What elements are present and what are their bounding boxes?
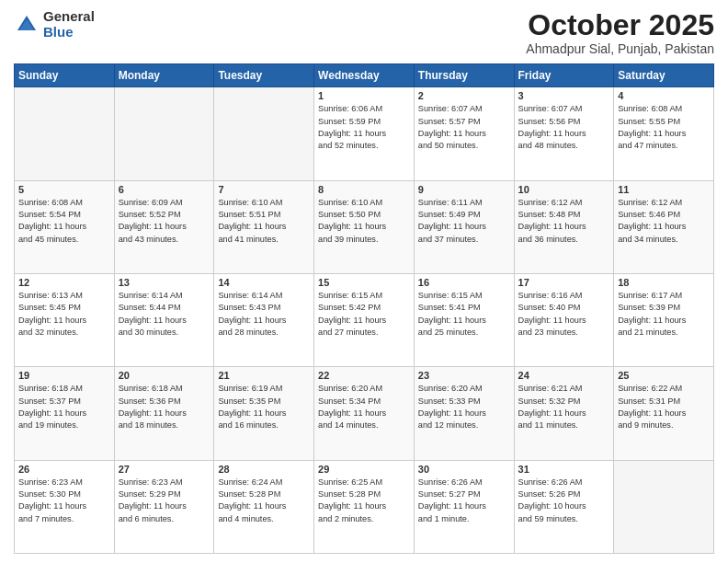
day-info: Sunrise: 6:10 AMSunset: 5:51 PMDaylight:… xyxy=(218,197,310,246)
calendar-table: SundayMondayTuesdayWednesdayThursdayFrid… xyxy=(14,63,714,554)
logo: General Blue xyxy=(14,9,95,40)
calendar-week-row: 19Sunrise: 6:18 AMSunset: 5:37 PMDayligh… xyxy=(15,367,714,460)
weekday-header: Saturday xyxy=(614,64,714,87)
calendar-cell xyxy=(614,460,714,553)
calendar-cell: 6Sunrise: 6:09 AMSunset: 5:52 PMDaylight… xyxy=(114,180,214,273)
weekday-header: Sunday xyxy=(15,64,115,87)
calendar-cell: 27Sunrise: 6:23 AMSunset: 5:29 PMDayligh… xyxy=(114,460,214,553)
calendar-header-row: SundayMondayTuesdayWednesdayThursdayFrid… xyxy=(15,64,714,87)
day-number: 31 xyxy=(518,464,610,475)
day-number: 5 xyxy=(18,184,110,195)
calendar-cell: 30Sunrise: 6:26 AMSunset: 5:27 PMDayligh… xyxy=(414,460,514,553)
calendar-cell: 20Sunrise: 6:18 AMSunset: 5:36 PMDayligh… xyxy=(114,367,214,460)
day-info: Sunrise: 6:23 AMSunset: 5:29 PMDaylight:… xyxy=(119,477,210,525)
day-info: Sunrise: 6:16 AMSunset: 5:40 PMDaylight:… xyxy=(518,290,610,339)
day-number: 8 xyxy=(318,184,410,195)
calendar-cell: 15Sunrise: 6:15 AMSunset: 5:42 PMDayligh… xyxy=(314,273,415,366)
day-number: 17 xyxy=(518,277,610,288)
day-number: 3 xyxy=(518,90,610,101)
calendar-cell: 21Sunrise: 6:19 AMSunset: 5:35 PMDayligh… xyxy=(214,367,314,460)
day-number: 14 xyxy=(218,277,310,288)
day-info: Sunrise: 6:15 AMSunset: 5:42 PMDaylight:… xyxy=(318,290,410,339)
day-info: Sunrise: 6:06 AMSunset: 5:59 PMDaylight:… xyxy=(318,103,410,152)
calendar-cell: 22Sunrise: 6:20 AMSunset: 5:34 PMDayligh… xyxy=(314,367,415,460)
day-info: Sunrise: 6:12 AMSunset: 5:46 PMDaylight:… xyxy=(618,197,710,246)
calendar-cell: 28Sunrise: 6:24 AMSunset: 5:28 PMDayligh… xyxy=(214,460,314,553)
day-info: Sunrise: 6:26 AMSunset: 5:26 PMDaylight:… xyxy=(518,477,610,525)
calendar-cell: 12Sunrise: 6:13 AMSunset: 5:45 PMDayligh… xyxy=(15,273,115,366)
day-number: 6 xyxy=(119,184,210,195)
day-info: Sunrise: 6:20 AMSunset: 5:34 PMDaylight:… xyxy=(318,383,410,431)
day-number: 15 xyxy=(318,277,410,288)
calendar-cell: 4Sunrise: 6:08 AMSunset: 5:55 PMDaylight… xyxy=(614,87,714,180)
logo-blue: Blue xyxy=(43,25,95,40)
weekday-header: Thursday xyxy=(414,64,514,87)
day-info: Sunrise: 6:14 AMSunset: 5:44 PMDaylight:… xyxy=(119,290,210,339)
calendar-week-row: 1Sunrise: 6:06 AMSunset: 5:59 PMDaylight… xyxy=(15,87,714,180)
calendar-cell xyxy=(214,87,314,180)
calendar-cell: 23Sunrise: 6:20 AMSunset: 5:33 PMDayligh… xyxy=(414,367,514,460)
header: General Blue October 2025 Ahmadpur Sial,… xyxy=(14,9,714,56)
day-number: 18 xyxy=(618,277,710,288)
day-number: 19 xyxy=(18,370,110,381)
logo-icon xyxy=(14,12,40,38)
month-title: October 2025 xyxy=(526,9,714,41)
day-info: Sunrise: 6:19 AMSunset: 5:35 PMDaylight:… xyxy=(218,383,310,431)
calendar-cell: 31Sunrise: 6:26 AMSunset: 5:26 PMDayligh… xyxy=(514,460,614,553)
day-number: 13 xyxy=(119,277,210,288)
day-info: Sunrise: 6:15 AMSunset: 5:41 PMDaylight:… xyxy=(418,290,510,339)
weekday-header: Monday xyxy=(114,64,214,87)
day-info: Sunrise: 6:14 AMSunset: 5:43 PMDaylight:… xyxy=(218,290,310,339)
day-number: 11 xyxy=(618,184,710,195)
calendar-cell xyxy=(114,87,214,180)
day-info: Sunrise: 6:25 AMSunset: 5:28 PMDaylight:… xyxy=(318,477,410,525)
day-number: 25 xyxy=(618,370,710,381)
location-title: Ahmadpur Sial, Punjab, Pakistan xyxy=(526,41,714,56)
calendar-week-row: 26Sunrise: 6:23 AMSunset: 5:30 PMDayligh… xyxy=(15,460,714,553)
day-number: 2 xyxy=(418,90,510,101)
calendar-cell: 19Sunrise: 6:18 AMSunset: 5:37 PMDayligh… xyxy=(15,367,115,460)
weekday-header: Friday xyxy=(514,64,614,87)
calendar-week-row: 12Sunrise: 6:13 AMSunset: 5:45 PMDayligh… xyxy=(15,273,714,366)
calendar-cell: 9Sunrise: 6:11 AMSunset: 5:49 PMDaylight… xyxy=(414,180,514,273)
day-info: Sunrise: 6:23 AMSunset: 5:30 PMDaylight:… xyxy=(18,477,110,525)
day-info: Sunrise: 6:07 AMSunset: 5:57 PMDaylight:… xyxy=(418,103,510,152)
day-number: 20 xyxy=(119,370,210,381)
day-number: 22 xyxy=(318,370,410,381)
weekday-header: Wednesday xyxy=(314,64,415,87)
title-area: October 2025 Ahmadpur Sial, Punjab, Paki… xyxy=(526,9,714,56)
day-number: 12 xyxy=(18,277,110,288)
calendar-cell: 14Sunrise: 6:14 AMSunset: 5:43 PMDayligh… xyxy=(214,273,314,366)
day-info: Sunrise: 6:10 AMSunset: 5:50 PMDaylight:… xyxy=(318,197,410,246)
day-number: 4 xyxy=(618,90,710,101)
day-number: 27 xyxy=(119,464,210,475)
day-info: Sunrise: 6:24 AMSunset: 5:28 PMDaylight:… xyxy=(218,477,310,525)
calendar-cell: 5Sunrise: 6:08 AMSunset: 5:54 PMDaylight… xyxy=(15,180,115,273)
day-info: Sunrise: 6:18 AMSunset: 5:36 PMDaylight:… xyxy=(119,383,210,431)
calendar-cell: 10Sunrise: 6:12 AMSunset: 5:48 PMDayligh… xyxy=(514,180,614,273)
day-info: Sunrise: 6:08 AMSunset: 5:54 PMDaylight:… xyxy=(18,197,110,246)
calendar-cell: 2Sunrise: 6:07 AMSunset: 5:57 PMDaylight… xyxy=(414,87,514,180)
calendar-cell: 7Sunrise: 6:10 AMSunset: 5:51 PMDaylight… xyxy=(214,180,314,273)
calendar-cell: 24Sunrise: 6:21 AMSunset: 5:32 PMDayligh… xyxy=(514,367,614,460)
calendar-week-row: 5Sunrise: 6:08 AMSunset: 5:54 PMDaylight… xyxy=(15,180,714,273)
day-number: 28 xyxy=(218,464,310,475)
day-info: Sunrise: 6:08 AMSunset: 5:55 PMDaylight:… xyxy=(618,103,710,152)
logo-text: General Blue xyxy=(43,9,95,40)
calendar-cell: 29Sunrise: 6:25 AMSunset: 5:28 PMDayligh… xyxy=(314,460,415,553)
day-info: Sunrise: 6:20 AMSunset: 5:33 PMDaylight:… xyxy=(418,383,510,431)
day-info: Sunrise: 6:17 AMSunset: 5:39 PMDaylight:… xyxy=(618,290,710,339)
day-info: Sunrise: 6:21 AMSunset: 5:32 PMDaylight:… xyxy=(518,383,610,431)
day-number: 10 xyxy=(518,184,610,195)
day-number: 16 xyxy=(418,277,510,288)
calendar-cell: 25Sunrise: 6:22 AMSunset: 5:31 PMDayligh… xyxy=(614,367,714,460)
calendar-cell: 3Sunrise: 6:07 AMSunset: 5:56 PMDaylight… xyxy=(514,87,614,180)
calendar-cell: 17Sunrise: 6:16 AMSunset: 5:40 PMDayligh… xyxy=(514,273,614,366)
day-info: Sunrise: 6:12 AMSunset: 5:48 PMDaylight:… xyxy=(518,197,610,246)
day-info: Sunrise: 6:11 AMSunset: 5:49 PMDaylight:… xyxy=(418,197,510,246)
calendar-cell xyxy=(15,87,115,180)
day-number: 1 xyxy=(318,90,410,101)
day-number: 21 xyxy=(218,370,310,381)
day-number: 7 xyxy=(218,184,310,195)
day-number: 30 xyxy=(418,464,510,475)
